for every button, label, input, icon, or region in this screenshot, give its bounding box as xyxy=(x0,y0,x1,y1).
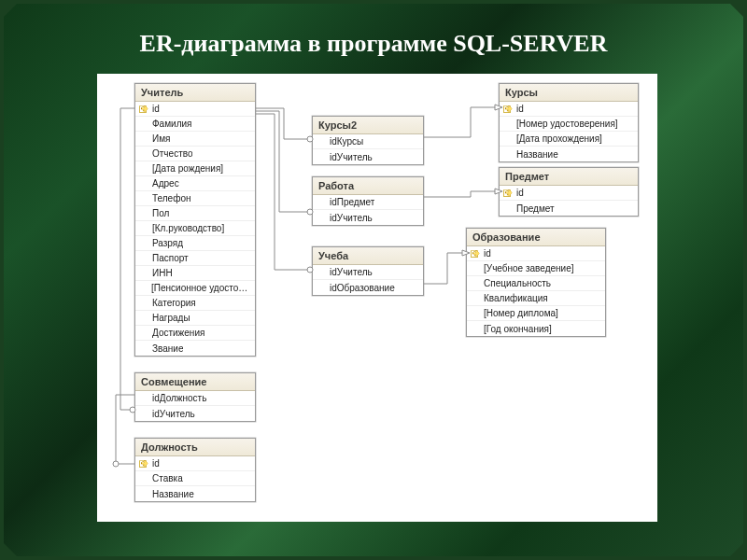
blank-icon xyxy=(139,119,148,129)
entity-kursy2[interactable]: Курсы2 idКурсы idУчитель xyxy=(312,116,424,165)
column-row: Квалификация xyxy=(467,291,605,306)
entity-obrazovanie[interactable]: Образование id [Учебное заведение] Специ… xyxy=(466,228,606,337)
column-row: [Номер диплома] xyxy=(467,306,605,321)
key-icon xyxy=(471,249,480,259)
column-row: idУчитель xyxy=(313,149,423,164)
column-row: Предмет xyxy=(500,201,638,216)
entity-title: Должность xyxy=(135,439,255,456)
entity-title: Учитель xyxy=(135,84,255,102)
column-row: [Дата рождения] xyxy=(135,161,255,176)
key-icon xyxy=(503,105,513,114)
column-row: id xyxy=(135,456,255,471)
column-row: Категория xyxy=(135,296,255,311)
slide-corner xyxy=(730,543,743,556)
svg-point-4 xyxy=(113,461,119,467)
slide-corner xyxy=(730,4,743,17)
column-row: Пол xyxy=(135,206,255,221)
column-row: idУчитель xyxy=(313,210,423,225)
column-row: [Пенсионное удостовер... xyxy=(135,281,255,296)
entity-teacher[interactable]: Учитель id Фамилия Имя Отчество [Дата ро… xyxy=(134,83,256,357)
column-row: [Дата прохождения] xyxy=(500,132,638,147)
column-row: idКурсы xyxy=(313,134,423,149)
column-row: Разряд xyxy=(135,236,255,251)
column-row: idДолжность xyxy=(135,391,255,406)
entity-title: Предмет xyxy=(500,168,638,186)
column-row: Специальность xyxy=(467,276,605,291)
entity-kursy[interactable]: Курсы id [Номер удостоверения] [Дата про… xyxy=(499,83,639,162)
column-row: Фамилия xyxy=(135,117,255,132)
entity-rabota[interactable]: Работа idПредмет idУчитель xyxy=(312,176,424,226)
column-row: idУчитель xyxy=(135,406,255,421)
column-row: [Учебное заведение] xyxy=(467,261,605,276)
column-row: id xyxy=(500,102,638,117)
column-row: id xyxy=(467,246,605,261)
column-row: Название xyxy=(500,147,638,161)
entity-title: Курсы2 xyxy=(313,117,423,134)
column-row: Звание xyxy=(135,341,255,356)
column-row: [Кл.руководство] xyxy=(135,221,255,236)
entity-predmet[interactable]: Предмет id Предмет xyxy=(499,167,639,217)
column-row: ИНН xyxy=(135,266,255,281)
slide-corner xyxy=(4,4,17,17)
column-row: Название xyxy=(135,486,255,501)
column-row: [Год окончания] xyxy=(467,321,605,336)
entity-title: Совмещение xyxy=(135,373,255,391)
column-row: [Номер удостоверения] xyxy=(500,117,638,132)
entity-title: Учеба xyxy=(313,247,423,265)
column-row: Отчество xyxy=(135,147,255,161)
column-row: id xyxy=(135,102,255,117)
er-diagram-canvas: Учитель id Фамилия Имя Отчество [Дата ро… xyxy=(97,74,657,522)
key-icon xyxy=(139,459,148,469)
column-row: Адрес xyxy=(135,176,255,191)
slide-title: ER-диаграмма в программе SQL-SERVER xyxy=(4,30,743,58)
key-icon xyxy=(503,189,513,198)
column-row: idУчитель xyxy=(313,265,423,280)
entity-title: Курсы xyxy=(500,84,638,102)
column-row: idПредмет xyxy=(313,195,423,210)
column-row: Паспорт xyxy=(135,251,255,266)
entity-title: Работа xyxy=(313,177,423,195)
entity-title: Образование xyxy=(467,229,605,246)
column-row: Имя xyxy=(135,132,255,147)
column-row: id xyxy=(500,186,638,201)
key-icon xyxy=(139,105,148,114)
entity-sovmeshenie[interactable]: Совмещение idДолжность idУчитель xyxy=(134,372,256,422)
column-row: Ставка xyxy=(135,471,255,486)
entity-ucheba[interactable]: Учеба idУчитель idОбразование xyxy=(312,246,424,296)
column-row: Телефон xyxy=(135,191,255,206)
column-row: Достижения xyxy=(135,326,255,341)
column-row: Награды xyxy=(135,311,255,326)
entity-dolzhnost[interactable]: Должность id Ставка Название xyxy=(134,438,256,502)
column-row: idОбразование xyxy=(313,280,423,295)
slide-corner xyxy=(4,543,17,556)
